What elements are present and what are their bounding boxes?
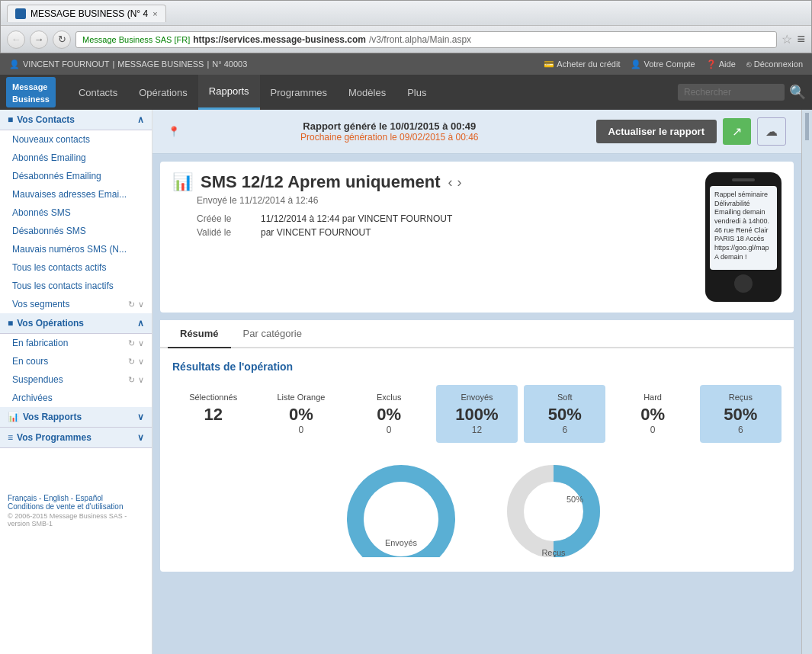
sidebar-item-desabonnes-sms[interactable]: Désabonnés SMS — [0, 222, 152, 240]
results-title: Résultats de l'opération — [172, 361, 782, 373]
sidebar-item-nouveaux-contacts[interactable]: Nouveaux contacts — [0, 130, 152, 149]
top-bar-actions: 💳 Acheter du crédit 👤 Votre Compte ❓ Aid… — [544, 59, 803, 69]
main-content: 📍 Rapport généré le 10/01/2015 à 00:49 P… — [152, 110, 801, 654]
logout-label: Déconnexion — [754, 59, 803, 69]
stat-soft-label: Soft — [528, 393, 601, 402]
fabrication-refresh-icon[interactable]: ↻ — [128, 338, 135, 348]
suspendues-refresh-icon[interactable]: ↻ — [128, 375, 135, 385]
sidebar-item-abonnes-sms[interactable]: Abonnés SMS — [0, 204, 152, 222]
nav-programmes[interactable]: Programmes — [260, 75, 338, 110]
top-bar-user-info: 👤 VINCENT FOURNOUT | MESSAGE BUSINESS | … — [9, 59, 247, 69]
scrollbar-thumb[interactable] — [804, 111, 810, 142]
lang-fr-link[interactable]: Français - English - Español — [8, 494, 103, 502]
sidebar-item-archivees[interactable]: Archivées — [0, 389, 152, 407]
svg-text:Reçus: Reçus — [541, 548, 566, 557]
reports-section-header[interactable]: 📊 Vos Rapports ∨ — [0, 407, 152, 428]
phone-speaker — [732, 178, 755, 181]
back-button[interactable]: ← — [7, 30, 25, 49]
report-generated-date: Rapport généré le 10/01/2015 à 00:49 — [300, 120, 479, 132]
cours-chevron-icon[interactable]: ∨ — [138, 357, 144, 367]
account-link[interactable]: 👤 Votre Compte — [631, 59, 695, 69]
browser-tab[interactable]: MESSAGE BUSINESS (N° 4 × — [7, 5, 166, 22]
suspendues-label: Suspendues — [12, 374, 63, 385]
company-label: MESSAGE BUSINESS — [117, 59, 204, 69]
campaign-sent-date: Envoyé le 11/12/2014 à 12:46 — [197, 195, 698, 206]
main-navigation: MessageBusiness Contacts Opérations Rapp… — [0, 75, 812, 110]
browser-menu-icon[interactable]: ≡ — [797, 31, 805, 47]
sidebar-contacts-section: ■ Vos Contacts ∧ Nouveaux contacts Abonn… — [0, 110, 152, 313]
logo: MessageBusiness — [6, 77, 56, 107]
programs-chevron: ∨ — [137, 432, 144, 443]
search-icon[interactable]: 🔍 — [789, 84, 806, 101]
sidebar-item-mauvais-numeros[interactable]: Mauvais numéros SMS (N... — [0, 240, 152, 258]
forward-button[interactable]: → — [30, 30, 48, 49]
sidebar-item-en-fabrication[interactable]: En fabrication ↻ ∨ — [0, 334, 152, 352]
stat-selectionnes-value: 12 — [177, 405, 249, 425]
map-pin-icon: 📍 — [168, 126, 183, 137]
prev-campaign-button[interactable]: ‹ — [448, 175, 453, 191]
tab-par-categorie[interactable]: Par catégorie — [231, 320, 314, 348]
buy-credit-link[interactable]: 💳 Acheter du crédit — [544, 59, 620, 69]
desabonnes-sms-label: Désabonnés SMS — [12, 226, 86, 236]
stat-selectionnes-label: Sélectionnés — [177, 393, 249, 402]
results-section: Résultats de l'opération Sélectionnés 12… — [160, 348, 794, 572]
help-link[interactable]: ❓ Aide — [706, 59, 736, 69]
sidebar-item-tous-inactifs[interactable]: Tous les contacts inactifs — [0, 277, 152, 295]
stat-selectionnes: Sélectionnés 12 — [172, 385, 254, 443]
operations-section-title: Vos Opérations — [17, 318, 84, 329]
segments-refresh-icon[interactable]: ↻ — [128, 300, 135, 309]
contacts-section-header[interactable]: ■ Vos Contacts ∧ — [0, 110, 152, 130]
download-button[interactable]: ☁ — [757, 117, 786, 146]
help-label: Aide — [719, 59, 736, 69]
address-bar[interactable]: Message Business SAS [FR] https://servic… — [75, 31, 777, 48]
share-button[interactable]: ↗ — [723, 118, 751, 145]
suspendues-chevron-icon[interactable]: ∨ — [138, 375, 144, 385]
stat-liste-orange-label: Liste Orange — [265, 393, 337, 402]
stat-envoyes-count: 12 — [441, 425, 513, 435]
update-report-button[interactable]: Actualiser le rapport — [596, 120, 717, 143]
desabonnes-emailing-label: Désabonnés Emailing — [12, 171, 101, 181]
sidebar-item-suspendues[interactable]: Suspendues ↻ ∨ — [0, 370, 152, 389]
stat-hard-count: 0 — [616, 425, 688, 435]
terms-link[interactable]: Conditions de vente et d'utilisation — [8, 502, 123, 511]
bookmark-icon[interactable]: ☆ — [782, 32, 792, 46]
sidebar-item-vos-segments[interactable]: Vos segments ↻ ∨ — [0, 295, 152, 313]
charts-area: Envoyés 50% Reçus — [172, 458, 782, 559]
campaign-title-row: 📊 SMS 12/12 Aprem uniquement ‹ › — [172, 172, 698, 192]
nav-rapports[interactable]: Rapports — [198, 75, 260, 110]
tab-resume[interactable]: Résumé — [168, 320, 231, 348]
reload-button[interactable]: ↻ — [53, 30, 71, 49]
stats-grid: Sélectionnés 12 Liste Orange 0% 0 Exclus… — [172, 385, 782, 443]
next-campaign-button[interactable]: › — [457, 175, 462, 191]
sidebar-item-en-cours[interactable]: En cours ↻ ∨ — [0, 352, 152, 370]
browser-titlebar: MESSAGE BUSINESS (N° 4 × — [1, 1, 811, 25]
sidebar-item-desabonnes-emailing[interactable]: Désabonnés Emailing — [0, 167, 152, 185]
cours-refresh-icon[interactable]: ↻ — [128, 357, 135, 367]
sidebar-item-abonnes-emailing[interactable]: Abonnés Emailing — [0, 149, 152, 167]
nav-plus[interactable]: Plus — [396, 75, 437, 110]
nav-modeles[interactable]: Modèles — [338, 75, 396, 110]
nav-operations[interactable]: Opérations — [128, 75, 198, 110]
sidebar-item-tous-actifs[interactable]: Tous les contacts actifs — [0, 258, 152, 277]
segments-chevron-icon[interactable]: ∨ — [138, 300, 144, 309]
report-header: 📍 Rapport généré le 10/01/2015 à 00:49 P… — [152, 110, 801, 154]
operations-section-header[interactable]: ■ Vos Opérations ∧ — [0, 313, 152, 334]
scrollbar[interactable] — [801, 110, 812, 654]
validated-value: par VINCENT FOURNOUT — [261, 227, 698, 238]
fabrication-chevron-icon[interactable]: ∨ — [138, 338, 144, 348]
tab-close-button[interactable]: × — [152, 9, 157, 18]
tabs-container: Résumé Par catégorie — [160, 320, 794, 348]
nav-contacts[interactable]: Contacts — [68, 75, 128, 110]
campaign-chart-icon: 📊 — [172, 172, 193, 192]
sidebar-item-mauvaises-adresses[interactable]: Mauvaises adresses Emai... — [0, 185, 152, 204]
phone-home-button — [734, 274, 753, 293]
search-input[interactable] — [678, 84, 785, 101]
abonnes-sms-label: Abonnés SMS — [12, 207, 71, 218]
stat-soft: Soft 50% 6 — [524, 385, 605, 443]
programs-section-header[interactable]: ≡ Vos Programmes ∨ — [0, 428, 152, 448]
mauvais-numeros-label: Mauvais numéros SMS (N... — [12, 244, 127, 255]
contacts-chevron: ∧ — [137, 114, 144, 125]
stat-soft-percent: 50% — [528, 405, 601, 425]
logout-link[interactable]: ⎋ Déconnexion — [746, 59, 803, 69]
browser-window: MESSAGE BUSINESS (N° 4 × ← → ↻ Message B… — [0, 0, 812, 53]
